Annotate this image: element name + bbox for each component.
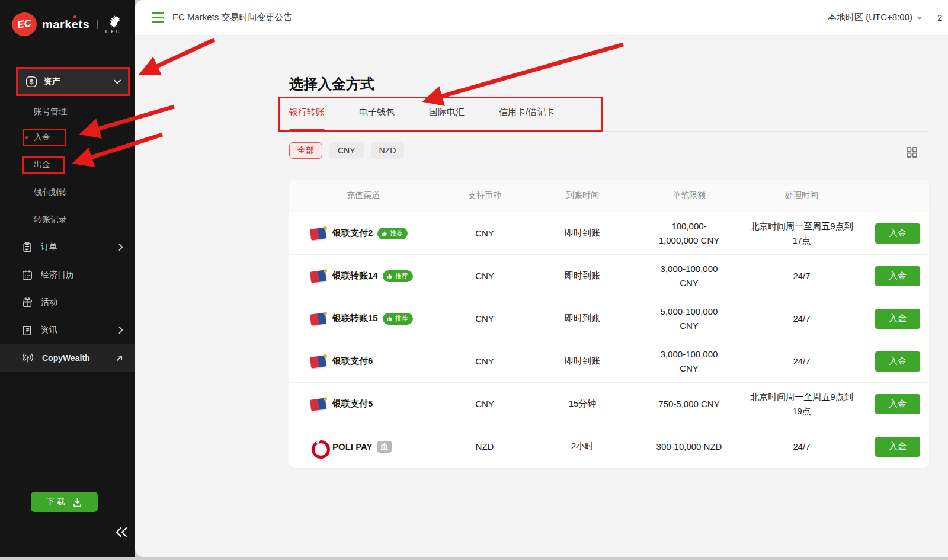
sidebar-item-transfer-records[interactable]: 转账记录 [0,211,135,229]
main-body: 选择入金方式 银行转账 电子钱包 国际电汇 信用卡/借记卡 全部 CNY NZD [135,36,948,557]
table-row: 银联支付6 CNY 即时到账 3,000-100,000 CNY 24/7 入金 [289,340,929,382]
limit-cell: 3,000-100,000 CNY [652,262,726,290]
table-row: 银联转账14 推荐 CNY 即时到账 3,000-100,000 CNY 24/… [289,254,929,297]
header-channel: 充值渠道 [289,190,437,201]
download-label: 下载 [46,497,68,507]
broadcast-icon [21,352,34,364]
payment-logo [310,312,328,326]
recommend-badge: 推荐 [377,228,408,239]
sidebar-item-label: 资讯 [41,325,111,335]
arrival-cell: 即时到账 [532,356,633,367]
recommend-badge-label: 推荐 [395,314,408,323]
logo-divider: | [96,19,98,30]
currency-cell: CNY [437,356,532,366]
timezone-selector[interactable]: 本地时区 (UTC+8:00) [828,12,923,23]
channel-name: 银联转账15 [332,313,378,324]
sidebar-item-deposit[interactable]: 入金 [0,129,135,146]
tab-credit-debit-card[interactable]: 信用卡/借记卡 [499,97,555,131]
clipboard-icon [21,241,33,253]
recommend-badge-label: 推荐 [390,229,403,238]
arrival-cell: 即时到账 [532,270,633,281]
sidebar-collapse-button[interactable] [113,524,130,540]
filter-all[interactable]: 全部 [289,142,322,159]
payment-logo [310,397,328,411]
payment-logo [310,440,328,454]
sidebar-item-label: CopyWealth [42,353,108,363]
channel-name: POLI PAY [332,441,373,452]
chevron-down-icon [114,79,121,84]
announcement-link[interactable]: EC Markets 交易时间变更公告 [172,12,293,23]
svg-text:$: $ [30,78,33,85]
sidebar-item-label: 订单 [41,242,111,252]
arrival-cell: 即时到账 [532,313,633,324]
caret-down-icon [917,17,923,20]
sidebar-item-activities[interactable]: 活动 [0,290,135,314]
currency-cell: NZD [437,441,532,452]
channel-name: 银联支付2 [332,228,373,239]
table-row: 银联转账15 推荐 CNY 即时到账 5,000-100,000 CNY 24/… [289,297,929,340]
tab-international-wire[interactable]: 国际电汇 [429,97,465,131]
tab-bank-transfer[interactable]: 银行转账 [289,97,325,131]
sidebar-item-withdraw[interactable]: 出金 [0,156,135,174]
sidebar-item-label: 资产 [44,76,108,87]
processing-cell: 北京时间周一至周五9点到19点 [747,390,857,418]
deposit-method-tabs: 银行转账 电子钱包 国际电汇 信用卡/借记卡 [289,97,929,132]
topbar: EC Markets 交易时间变更公告 本地时区 (UTC+8:00) 2 [135,0,948,36]
sidebar-item-wallet-transfer[interactable]: 钱包划转 [0,184,135,201]
sidebar-item-label: 账号管理 [34,107,67,117]
sidebar-item-label: 钱包划转 [34,187,67,198]
filter-cny[interactable]: CNY [329,142,364,159]
channel-name: 银联转账14 [332,270,378,281]
deposit-button[interactable]: 入金 [875,394,920,414]
channel-name: 银联支付6 [332,356,373,367]
sidebar-item-economic-calendar[interactable]: 经济日历 [0,263,135,287]
deposit-button[interactable]: 入金 [875,309,920,329]
recommend-badge-label: 推荐 [395,271,408,280]
sidebar-item-assets[interactable]: $ 资产 [17,68,129,96]
deposit-button[interactable]: 入金 [875,266,920,286]
limit-cell: 3,000-100,000 CNY [652,347,726,375]
gift-icon [21,296,33,308]
sidebar-item-label: 转账记录 [34,215,67,225]
processing-cell: 24/7 [793,440,810,453]
clock-text: 2 [937,12,946,23]
currency-filters: 全部 CNY NZD [289,142,404,159]
arrival-cell: 15分钟 [532,398,633,409]
app-window: EC markets | L.F.C. $ 资产 账号管理 入金 出金 钱包划转… [0,0,948,560]
deposit-button[interactable]: 入金 [875,223,920,244]
sidebar-item-news[interactable]: 资讯 [0,318,135,342]
calendar-icon [21,269,33,281]
sidebar-item-orders[interactable]: 订单 [0,235,135,259]
sidebar-item-copywealth[interactable]: CopyWealth [0,344,135,372]
sidebar-item-account-management[interactable]: 账号管理 [0,103,135,121]
announcement-menu-icon[interactable] [152,12,164,23]
tab-ewallet[interactable]: 电子钱包 [359,97,395,131]
arrival-cell: 即时到账 [532,228,633,239]
currency-cell: CNY [437,271,532,281]
processing-cell: 北京时间周一至周五9点到17点 [747,219,857,247]
sidebar-item-label: 活动 [41,297,123,308]
header-arrival: 到账时间 [532,190,633,201]
channel-name: 银联支付5 [332,398,373,409]
sidebar-item-label: 入金 [34,132,50,143]
download-icon [72,497,82,507]
window-bottom-edge [0,557,948,560]
active-dot [25,136,28,139]
deposit-button[interactable]: 入金 [875,351,920,372]
currency-cell: CNY [437,399,532,409]
sidebar-item-label: 经济日历 [41,270,123,280]
deposit-button[interactable]: 入金 [875,437,920,457]
filter-nzd[interactable]: NZD [371,142,405,159]
recommend-badge: 推荐 [383,270,413,282]
payment-logo [310,269,328,283]
download-button[interactable]: 下载 [31,492,98,512]
chevron-right-icon [118,244,123,251]
header-processing: 处理时间 [745,190,858,201]
processing-cell: 24/7 [793,269,810,283]
assets-money-icon: $ [25,75,38,88]
page-title: 选择入金方式 [289,75,374,94]
deposit-channels-table: 充值渠道 支持币种 到账时间 单笔限额 处理时间 银联支付2 推荐 CNY 即时… [289,180,929,468]
grid-view-icon[interactable] [905,146,920,160]
bank-badge-icon [377,441,392,453]
processing-cell: 24/7 [793,354,810,368]
